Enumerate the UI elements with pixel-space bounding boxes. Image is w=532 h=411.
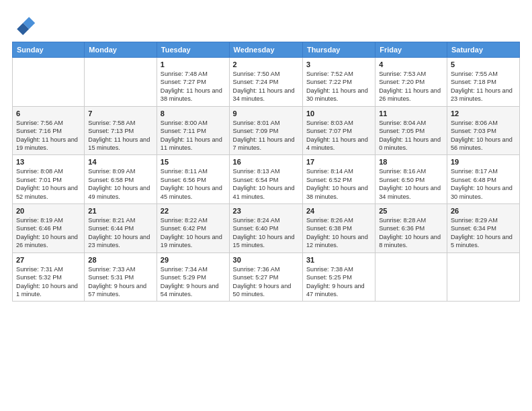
day-info: Sunrise: 8:09 AMSunset: 6:58 PMDaylight:… [88,167,153,201]
calendar-cell [375,253,447,302]
calendar-cell: 18Sunrise: 8:16 AMSunset: 6:50 PMDayligh… [375,155,447,204]
day-info: Sunrise: 8:26 AMSunset: 6:38 PMDaylight:… [306,216,371,250]
calendar-cell: 9Sunrise: 8:01 AMSunset: 7:09 PMDaylight… [229,106,302,155]
day-info: Sunrise: 8:11 AMSunset: 6:56 PMDaylight:… [161,167,226,201]
calendar-cell: 17Sunrise: 8:14 AMSunset: 6:52 PMDayligh… [302,155,375,204]
calendar-cell: 19Sunrise: 8:17 AMSunset: 6:48 PMDayligh… [447,155,519,204]
calendar-cell: 6Sunrise: 7:56 AMSunset: 7:16 PMDaylight… [13,106,85,155]
day-number: 18 [379,158,443,166]
calendar-cell: 20Sunrise: 8:19 AMSunset: 6:46 PMDayligh… [13,204,85,253]
day-number: 27 [16,256,81,264]
calendar-cell: 15Sunrise: 8:11 AMSunset: 6:56 PMDayligh… [157,155,229,204]
day-info: Sunrise: 8:00 AMSunset: 7:11 PMDaylight:… [161,119,226,152]
calendar-cell: 30Sunrise: 7:36 AMSunset: 5:27 PMDayligh… [229,253,302,302]
day-info: Sunrise: 8:14 AMSunset: 6:52 PMDaylight:… [306,167,371,201]
calendar-cell: 7Sunrise: 7:58 AMSunset: 7:13 PMDaylight… [85,106,157,155]
day-number: 3 [306,60,371,68]
day-info: Sunrise: 8:19 AMSunset: 6:46 PMDaylight:… [16,216,81,250]
calendar-cell: 1Sunrise: 7:48 AMSunset: 7:27 PMDaylight… [157,58,229,107]
day-info: Sunrise: 8:01 AMSunset: 7:09 PMDaylight:… [233,119,299,152]
day-info: Sunrise: 7:55 AMSunset: 7:18 PMDaylight:… [451,70,516,103]
day-info: Sunrise: 8:24 AMSunset: 6:40 PMDaylight:… [233,216,299,250]
day-info: Sunrise: 7:48 AMSunset: 7:27 PMDaylight:… [161,70,226,103]
day-info: Sunrise: 8:21 AMSunset: 6:44 PMDaylight:… [88,216,153,250]
day-number: 5 [451,60,516,68]
day-number: 16 [233,158,299,166]
day-number: 30 [233,256,299,264]
calendar-cell: 2Sunrise: 7:50 AMSunset: 7:24 PMDaylight… [229,58,302,107]
calendar-cell: 28Sunrise: 7:33 AMSunset: 5:31 PMDayligh… [85,253,157,302]
day-info: Sunrise: 8:08 AMSunset: 7:01 PMDaylight:… [16,167,81,201]
calendar-cell: 16Sunrise: 8:13 AMSunset: 6:54 PMDayligh… [229,155,302,204]
day-number: 10 [306,109,371,118]
day-number: 17 [306,158,371,166]
day-number: 7 [88,109,153,118]
calendar-cell: 26Sunrise: 8:29 AMSunset: 6:34 PMDayligh… [447,204,519,253]
day-info: Sunrise: 7:50 AMSunset: 7:24 PMDaylight:… [233,70,299,103]
calendar-cell: 4Sunrise: 7:53 AMSunset: 7:20 PMDaylight… [375,58,447,107]
calendar-cell: 5Sunrise: 7:55 AMSunset: 7:18 PMDaylight… [447,58,519,107]
day-info: Sunrise: 8:03 AMSunset: 7:07 PMDaylight:… [306,119,371,152]
day-info: Sunrise: 7:53 AMSunset: 7:20 PMDaylight:… [379,70,443,103]
calendar-cell: 25Sunrise: 8:28 AMSunset: 6:36 PMDayligh… [375,204,447,253]
calendar-cell: 8Sunrise: 8:00 AMSunset: 7:11 PMDaylight… [157,106,229,155]
day-info: Sunrise: 8:16 AMSunset: 6:50 PMDaylight:… [379,167,443,201]
day-number: 6 [16,109,81,118]
calendar-cell [13,58,85,107]
logo-icon [12,12,36,36]
day-number: 13 [16,158,81,166]
calendar-cell: 22Sunrise: 8:22 AMSunset: 6:42 PMDayligh… [157,204,229,253]
weekday-header-sunday: Sunday [13,42,85,58]
week-row-0: 1Sunrise: 7:48 AMSunset: 7:27 PMDaylight… [13,58,520,107]
week-row-2: 13Sunrise: 8:08 AMSunset: 7:01 PMDayligh… [13,155,520,204]
page: SundayMondayTuesdayWednesdayThursdayFrid… [0,0,532,411]
header [12,12,520,36]
day-number: 4 [379,60,443,68]
weekday-header-friday: Friday [375,42,447,58]
day-info: Sunrise: 7:34 AMSunset: 5:29 PMDaylight:… [161,265,226,299]
day-info: Sunrise: 8:06 AMSunset: 7:03 PMDaylight:… [451,119,516,152]
day-number: 1 [161,60,226,68]
day-info: Sunrise: 7:38 AMSunset: 5:25 PMDaylight:… [306,265,371,299]
calendar-cell: 14Sunrise: 8:09 AMSunset: 6:58 PMDayligh… [85,155,157,204]
week-row-1: 6Sunrise: 7:56 AMSunset: 7:16 PMDaylight… [13,106,520,155]
day-info: Sunrise: 7:36 AMSunset: 5:27 PMDaylight:… [233,265,299,299]
day-number: 9 [233,109,299,118]
day-number: 28 [88,256,153,264]
calendar-cell: 13Sunrise: 8:08 AMSunset: 7:01 PMDayligh… [13,155,85,204]
calendar-cell: 12Sunrise: 8:06 AMSunset: 7:03 PMDayligh… [447,106,519,155]
day-info: Sunrise: 7:56 AMSunset: 7:16 PMDaylight:… [16,119,81,152]
calendar-cell [85,58,157,107]
calendar-cell [447,253,519,302]
weekday-header-tuesday: Tuesday [157,42,229,58]
weekday-header-wednesday: Wednesday [229,42,302,58]
day-number: 24 [306,207,371,215]
calendar-table: SundayMondayTuesdayWednesdayThursdayFrid… [12,42,520,302]
day-info: Sunrise: 8:22 AMSunset: 6:42 PMDaylight:… [161,216,226,250]
weekday-header-saturday: Saturday [447,42,519,58]
day-number: 25 [379,207,443,215]
calendar-cell: 21Sunrise: 8:21 AMSunset: 6:44 PMDayligh… [85,204,157,253]
day-number: 21 [88,207,153,215]
day-info: Sunrise: 8:17 AMSunset: 6:48 PMDaylight:… [451,167,516,201]
day-info: Sunrise: 7:33 AMSunset: 5:31 PMDaylight:… [88,265,153,299]
day-number: 29 [161,256,226,264]
calendar-cell: 10Sunrise: 8:03 AMSunset: 7:07 PMDayligh… [302,106,375,155]
day-info: Sunrise: 8:04 AMSunset: 7:05 PMDaylight:… [379,119,443,152]
calendar-cell: 11Sunrise: 8:04 AMSunset: 7:05 PMDayligh… [375,106,447,155]
day-number: 31 [306,256,371,264]
day-info: Sunrise: 7:31 AMSunset: 5:32 PMDaylight:… [16,265,81,299]
day-number: 15 [161,158,226,166]
day-info: Sunrise: 8:13 AMSunset: 6:54 PMDaylight:… [233,167,299,201]
day-number: 11 [379,109,443,118]
week-row-3: 20Sunrise: 8:19 AMSunset: 6:46 PMDayligh… [13,204,520,253]
day-number: 19 [451,158,516,166]
calendar-cell: 3Sunrise: 7:52 AMSunset: 7:22 PMDaylight… [302,58,375,107]
calendar-cell: 29Sunrise: 7:34 AMSunset: 5:29 PMDayligh… [157,253,229,302]
week-row-4: 27Sunrise: 7:31 AMSunset: 5:32 PMDayligh… [13,253,520,302]
day-info: Sunrise: 8:29 AMSunset: 6:34 PMDaylight:… [451,216,516,250]
weekday-header-monday: Monday [85,42,157,58]
weekday-header-thursday: Thursday [302,42,375,58]
calendar-cell: 31Sunrise: 7:38 AMSunset: 5:25 PMDayligh… [302,253,375,302]
day-number: 14 [88,158,153,166]
